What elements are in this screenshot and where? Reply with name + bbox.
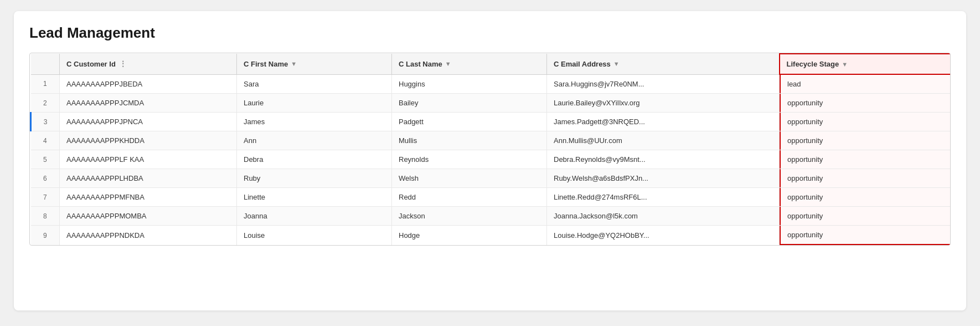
cell-email: Debra.Reynolds@vy9Msnt... [547, 150, 780, 169]
col-label-lifecycle: Lifecycle Stage [787, 60, 839, 68]
sort-icon-last-name[interactable]: ▼ [445, 60, 451, 67]
cell-first-name: Sara [237, 74, 392, 94]
cell-customer-id: AAAAAAAAPPPMOMBA [60, 207, 237, 226]
cell-customer-id: AAAAAAAAPPPJPNCA [60, 113, 237, 131]
cell-last-name: Redd [392, 188, 547, 207]
filter-icon[interactable]: ⋮ [120, 60, 126, 68]
page-container: Lead Management C Customer Id ⋮ [14, 11, 966, 310]
table-row[interactable]: 7AAAAAAAAPPPMFNBALinetteReddLinette.Redd… [31, 188, 951, 207]
cell-first-name: Laurie [237, 94, 392, 113]
cell-email: Louise.Hodge@YQ2HObBY... [547, 226, 780, 246]
sort-icon-lifecycle[interactable]: ▼ [842, 61, 848, 68]
cell-customer-id: AAAAAAAAPPPJBEDA [60, 74, 237, 94]
lifecycle-value: opportunity [787, 193, 823, 201]
cell-row-num: 2 [31, 94, 60, 113]
cell-last-name: Bailey [392, 94, 547, 113]
col-label-last-name: C Last Name [399, 60, 442, 68]
cell-first-name: Linette [237, 188, 392, 207]
page-title: Lead Management [29, 24, 951, 42]
col-header-email[interactable]: C Email Address ▼ [547, 54, 780, 74]
cell-row-num: 5 [31, 150, 60, 169]
lifecycle-value: opportunity [787, 174, 823, 182]
col-label-customer-id: C Customer Id [66, 60, 116, 68]
cell-email: Sara.Huggins@jv7Re0NM... [547, 74, 780, 94]
table-row[interactable]: 3AAAAAAAAPPPJPNCAJamesPadgettJames.Padge… [31, 113, 951, 131]
cell-customer-id: AAAAAAAAPPPLHDBA [60, 169, 237, 188]
cell-lifecycle[interactable]: opportunity▼ [780, 226, 951, 245]
col-header-last-name[interactable]: C Last Name ▼ [392, 54, 547, 74]
cell-first-name: Joanna [237, 207, 392, 226]
cell-row-num: 9 [31, 226, 60, 246]
lifecycle-value: lead [787, 80, 801, 88]
col-label-email: C Email Address [554, 60, 611, 68]
table-row[interactable]: 1AAAAAAAAPPPJBEDASaraHugginsSara.Huggins… [31, 74, 951, 94]
cell-email: Linette.Redd@274msRF6L... [547, 188, 780, 207]
sort-icon-first-name[interactable]: ▼ [291, 60, 297, 67]
cell-email: Joanna.Jackson@l5k.com [547, 207, 780, 226]
cell-customer-id: AAAAAAAAPPPNDKDA [60, 226, 237, 246]
lifecycle-value: opportunity [787, 136, 823, 145]
col-header-num [31, 54, 60, 74]
cell-customer-id: AAAAAAAAPPPMFNBA [60, 188, 237, 207]
lifecycle-value: opportunity [787, 231, 823, 239]
cell-row-num: 6 [31, 169, 60, 188]
col-header-customer-id[interactable]: C Customer Id ⋮ [60, 54, 237, 74]
table-row[interactable]: 9AAAAAAAAPPPNDKDALouiseHodgeLouise.Hodge… [31, 226, 951, 246]
cell-first-name: Louise [237, 226, 392, 246]
cell-row-num: 4 [31, 131, 60, 150]
col-label-first-name: C First Name [244, 60, 288, 68]
cell-last-name: Huggins [392, 74, 547, 94]
cell-lifecycle[interactable]: opportunity▼ [780, 94, 951, 112]
table-header-row: C Customer Id ⋮ C First Name ▼ C Last Na… [31, 54, 951, 74]
col-header-lifecycle[interactable]: Lifecycle Stage ▼ [780, 54, 951, 74]
cell-row-num: 8 [31, 207, 60, 226]
cell-last-name: Welsh [392, 169, 547, 188]
table-row[interactable]: 5AAAAAAAAPPPLF KAADebraReynoldsDebra.Rey… [31, 150, 951, 169]
cell-customer-id: AAAAAAAAPPPLF KAA [60, 150, 237, 169]
cell-email: Ann.Mullis@UUr.com [547, 131, 780, 150]
table-wrapper: C Customer Id ⋮ C First Name ▼ C Last Na… [29, 53, 951, 246]
cell-last-name: Padgett [392, 113, 547, 131]
col-header-first-name[interactable]: C First Name ▼ [237, 54, 392, 74]
lead-table: C Customer Id ⋮ C First Name ▼ C Last Na… [30, 53, 951, 245]
cell-lifecycle[interactable]: opportunity▼ [780, 188, 951, 206]
cell-lifecycle[interactable]: opportunity▼ [780, 207, 951, 225]
cell-first-name: Ruby [237, 169, 392, 188]
cell-first-name: Debra [237, 150, 392, 169]
cell-email: Laurie.Bailey@vXYiIlxv.org [547, 94, 780, 113]
cell-last-name: Hodge [392, 226, 547, 246]
lifecycle-value: opportunity [787, 212, 823, 220]
cell-lifecycle[interactable]: opportunity▼ [780, 131, 951, 150]
cell-lifecycle[interactable]: opportunity▼ [780, 169, 951, 187]
lifecycle-value: opportunity [787, 99, 823, 107]
lifecycle-value: opportunity [787, 118, 823, 126]
sort-icon-email[interactable]: ▼ [613, 60, 620, 67]
table-row[interactable]: 4AAAAAAAAPPPKHDDAAnnMullisAnn.Mullis@UUr… [31, 131, 951, 150]
cell-lifecycle[interactable]: opportunity▼ [780, 113, 951, 131]
cell-customer-id: AAAAAAAAPPPJCMDA [60, 94, 237, 113]
cell-first-name: James [237, 113, 392, 131]
table-row[interactable]: 2AAAAAAAAPPPJCMDALaurieBaileyLaurie.Bail… [31, 94, 951, 113]
table-row[interactable]: 8AAAAAAAAPPPMOMBAJoannaJacksonJoanna.Jac… [31, 207, 951, 226]
lifecycle-value: opportunity [787, 155, 823, 164]
cell-email: Ruby.Welsh@a6sBdsfPXJn... [547, 169, 780, 188]
table-row[interactable]: 6AAAAAAAAPPPLHDBARubyWelshRuby.Welsh@a6s… [31, 169, 951, 188]
cell-row-num: 3 [31, 113, 60, 131]
cell-lifecycle[interactable]: lead▼ [780, 75, 951, 93]
cell-first-name: Ann [237, 131, 392, 150]
cell-row-num: 1 [31, 74, 60, 94]
cell-last-name: Reynolds [392, 150, 547, 169]
cell-lifecycle[interactable]: opportunity▼ [780, 150, 951, 169]
cell-row-num: 7 [31, 188, 60, 207]
cell-last-name: Jackson [392, 207, 547, 226]
cell-customer-id: AAAAAAAAPPPKHDDA [60, 131, 237, 150]
cell-last-name: Mullis [392, 131, 547, 150]
cell-email: James.Padgett@3NRQED... [547, 113, 780, 131]
